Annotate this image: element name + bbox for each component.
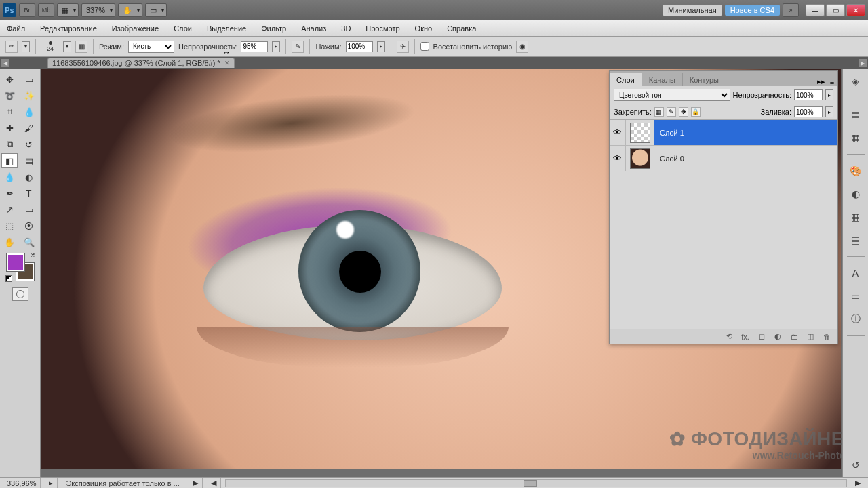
lasso-tool[interactable]: ➰ [1,88,18,103]
info-icon[interactable]: ▤ [848,233,863,247]
airbrush-icon[interactable]: ✈ [397,41,409,53]
opacity-arrow[interactable]: ▸ [272,41,280,52]
layer-fx-icon[interactable]: fx. [740,332,751,342]
tab-channels[interactable]: Каналы [642,73,683,86]
minimize-button[interactable]: — [806,4,825,16]
swap-colors-icon[interactable]: ⤭ [31,252,35,258]
panel-menu-icon[interactable]: ≡ [827,78,837,86]
layer-mask-icon[interactable]: ◻ [756,332,767,342]
mode-select[interactable]: Кисть [128,41,174,53]
layer-opacity-input[interactable] [794,89,823,100]
zoom-dropdown[interactable]: 337% [81,3,115,17]
clone-source-icon[interactable]: ⓘ [848,312,863,326]
gradient-tool[interactable]: ▤ [21,153,37,168]
blur-tool[interactable]: 💧 [1,169,18,184]
menu-view[interactable]: Просмотр [363,22,402,35]
menu-3d[interactable]: 3D [338,22,353,35]
menu-window[interactable]: Окно [412,22,435,35]
foreground-color[interactable] [7,253,24,271]
stamp-tool[interactable]: ⧉ [1,137,18,152]
layer-thumbnail[interactable] [630,123,650,143]
mini-bridge-button[interactable]: Mb [38,3,54,17]
shape-tool[interactable]: ▭ [21,202,37,217]
color-swatches[interactable]: ⤭ [7,253,34,281]
quickmask-button[interactable] [12,287,28,301]
document-tab-close-icon[interactable]: ✕ [224,60,230,66]
bridge-button[interactable]: Br [19,3,35,17]
3d-tool[interactable]: ⬚ [1,218,18,233]
menu-edit[interactable]: Редактирование [37,22,100,35]
tablet-size-icon[interactable]: ◉ [516,41,528,53]
lock-transparency-icon[interactable]: ▦ [654,107,664,117]
lock-all-icon[interactable]: 🔒 [691,107,701,117]
new-layer-icon[interactable]: ◫ [805,332,816,342]
blend-mode-select[interactable]: Цветовой тон [614,89,730,101]
pen-tool[interactable]: ✒ [1,186,18,201]
visibility-icon[interactable]: 👁 [610,120,626,145]
brush-picker-arrow[interactable]: ▾ [63,41,71,52]
dodge-tool[interactable]: ◐ [21,169,37,184]
paragraph-icon[interactable]: ▭ [848,289,863,303]
tablet-opacity-icon[interactable]: ✎ [292,41,304,53]
tool-preset-arrow[interactable]: ▾ [22,41,30,52]
eyedropper-tool[interactable]: 💧 [21,104,37,119]
tab-scroll-right[interactable]: ▶ [859,59,867,67]
color-icon[interactable]: ▤ [848,108,863,121]
tab-scroll-left[interactable]: ◀ [1,59,9,67]
opacity-input[interactable] [241,41,268,52]
maximize-button[interactable]: ▭ [826,4,845,16]
status-info-arrow[interactable]: ▶ [189,478,203,488]
tab-layers[interactable]: Слои [610,73,642,86]
3d-camera-tool[interactable]: ⦿ [21,218,37,233]
lock-pixels-icon[interactable]: ✎ [667,107,676,117]
menu-layers[interactable]: Слои [171,22,195,35]
default-colors-icon[interactable] [5,275,12,282]
navigator-icon[interactable]: ◈ [848,75,863,88]
masks-icon[interactable]: ▦ [848,210,863,224]
layer-row[interactable]: 👁 Слой 0 [610,146,837,171]
menu-help[interactable]: Справка [444,22,479,35]
status-zoom[interactable]: 336,96% [3,478,41,488]
styles-icon[interactable]: 🎨 [848,164,863,178]
layer-group-icon[interactable]: 🗀 [789,332,800,342]
scroll-right-arrow[interactable]: ▶ [851,478,865,488]
visibility-icon[interactable]: 👁 [610,146,626,171]
tab-paths[interactable]: Контуры [683,73,726,86]
expand-icon[interactable]: » [783,3,799,17]
delete-layer-icon[interactable]: 🗑 [821,332,832,342]
type-tool[interactable]: T [21,186,37,201]
zoom-tool[interactable]: 🔍 [21,235,37,249]
document-tab[interactable]: 11683556109466.jpg @ 337% (Слой 1, RGB/8… [47,58,235,68]
history-brush-tool[interactable]: ↺ [21,137,37,152]
hand-tool-dropdown[interactable]: ✋ [118,3,142,17]
character-icon[interactable]: A [848,266,863,280]
crop-tool[interactable]: ⌗ [1,104,18,119]
brush-preview[interactable]: 24 [41,38,59,56]
menu-image[interactable]: Изображение [109,22,161,35]
hand-tool[interactable]: ✋ [1,235,18,249]
wand-tool[interactable]: ✨ [21,88,37,103]
layer-thumbnail[interactable] [630,148,650,169]
layer-opacity-arrow[interactable]: ▸ [825,89,833,100]
view-layout-dropdown[interactable]: ▦ [57,3,79,17]
canvas[interactable]: ✿ ФОТОДИЗАЙНЕР www.Retouch-Photo.ru Слои… [41,69,868,477]
close-button[interactable]: ✕ [846,4,865,16]
history-icon[interactable]: ↺ [848,458,863,472]
link-layers-icon[interactable]: ⟲ [724,332,734,342]
lock-position-icon[interactable]: ✥ [679,107,688,117]
brush-tool[interactable]: 🖌 [21,121,37,136]
layer-row[interactable]: 👁 Слой 1 [610,120,837,146]
tool-preset-icon[interactable]: ✏ [5,41,18,53]
flow-input[interactable] [346,41,373,52]
brush-panel-button[interactable]: ▦ [75,41,87,53]
heal-tool[interactable]: ✚ [1,121,18,136]
status-info-icon[interactable]: ▸ [45,478,58,488]
flow-arrow[interactable]: ▸ [377,41,385,52]
adjustment-layer-icon[interactable]: ◐ [772,332,783,342]
horizontal-scrollbar[interactable] [225,479,847,487]
scrollbar-thumb[interactable] [524,480,537,487]
workspace-label[interactable]: Минимальная [663,5,722,16]
menu-file[interactable]: Файл [4,22,28,35]
fill-input[interactable] [794,106,823,117]
swatches-icon[interactable]: ▦ [848,131,863,144]
